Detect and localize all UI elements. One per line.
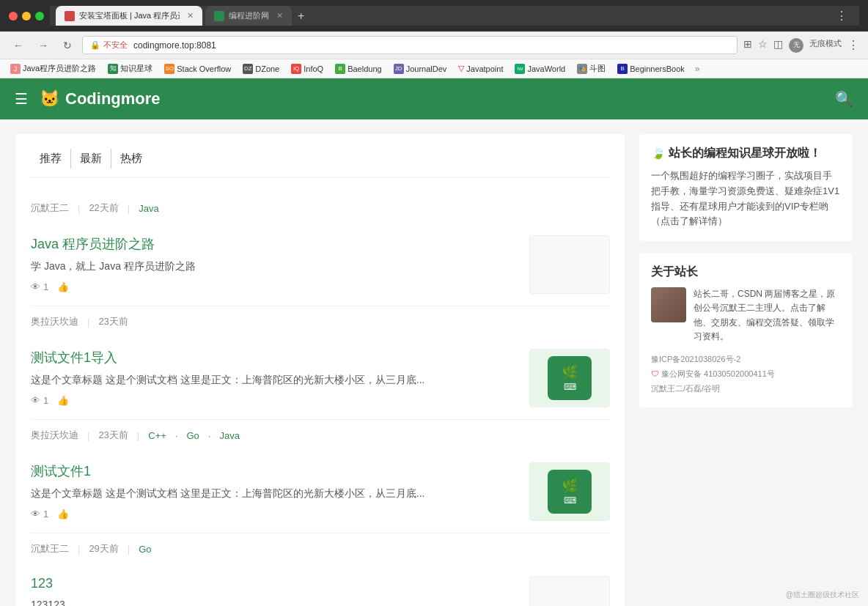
bookmark-java[interactable]: J Java程序员进阶之路 <box>6 62 100 75</box>
article-1-desc: 学 Java，就上 Java 程序员进阶之路 <box>31 259 518 274</box>
hamburger-menu[interactable]: ☰ <box>15 90 28 108</box>
icp-text[interactable]: 豫ICP备2021038026号-2 <box>651 352 840 367</box>
like-icon[interactable]: 👍 <box>57 281 69 292</box>
watermark: @猎土圈超级技术社区 <box>786 590 859 600</box>
bookmark-dzone-icon: DZ <box>243 64 253 74</box>
article-1-meta: 沉默王二 | 22天前 | Java <box>31 202 610 215</box>
article-meta-3: 奥拉沃坎迪 | 23天前 | C++ · Go · Java <box>31 420 610 451</box>
traffic-lights <box>9 12 44 21</box>
article-meta-4: 沉默王二 | 29天前 | Go <box>31 533 610 564</box>
url-text: codingmore.top:8081 <box>133 40 216 51</box>
about-text: 站长二哥，CSDN 两届博客之星，原创公号沉默王二主理人。点击了解他、交朋友、编… <box>694 287 840 344</box>
minimize-button[interactable] <box>22 12 31 21</box>
article-meta-2: 奥拉沃坎迪 | 23天前 <box>31 306 610 337</box>
article-1-stats: 👁 1 👍 <box>31 281 518 292</box>
article-4-title[interactable]: 123 <box>31 576 518 591</box>
article-item-1: Java 程序员进阶之路 学 Java，就上 Java 程序员进阶之路 👁 1 … <box>31 223 610 306</box>
bookmark-infoq-label: InfoQ <box>304 64 323 73</box>
article-3-title[interactable]: 测试文件1 <box>31 462 518 480</box>
tab-hot[interactable]: 热榜 <box>111 149 151 169</box>
article-2-body: 测试文件1导入 这是个文章标题 这是个测试文档 这里是正文：上海普陀区的光新大楼… <box>31 349 518 406</box>
bookmark-baeldung-label: Baeldung <box>347 64 382 73</box>
badge-code-icon-3: ⌨ <box>564 495 576 506</box>
bookmark-doutou[interactable]: 🎭 斗图 <box>573 62 610 75</box>
address-input[interactable]: 🔒 不安全 codingmore.top:8081 <box>82 36 738 54</box>
tabs-bar: 安装宝塔面板 | Java 程序员进阶... ✕ 编程进阶网 ✕ + ⋮ <box>50 6 859 26</box>
forward-button[interactable]: → <box>34 38 53 53</box>
user-avatar-icon[interactable]: 无 <box>789 38 803 53</box>
close-button[interactable] <box>9 12 18 21</box>
tab-recommended[interactable]: 推荐 <box>31 149 70 169</box>
bookmark-javatpoint[interactable]: ▽ Javatpoint <box>454 62 507 75</box>
eye-icon-2: 👁 <box>31 395 40 406</box>
bookmark-dzone[interactable]: DZ DZone <box>238 62 284 75</box>
refresh-button[interactable]: ↻ <box>59 38 76 53</box>
article-1-title[interactable]: Java 程序员进阶之路 <box>31 235 518 253</box>
bookmark-baeldung[interactable]: B Baeldung <box>331 62 386 75</box>
bookmark-beginnersbook[interactable]: B BeginnersBook <box>613 62 689 75</box>
sidebar-footer: 豫ICP备2021038026号-2 🛡 豫公网安备 4103050200041… <box>651 352 840 396</box>
article-1-views: 👁 1 <box>31 281 48 292</box>
bookmarks-more[interactable]: » <box>695 64 700 74</box>
article-3-tag-go: Go <box>186 430 199 441</box>
tab-2-label: 编程进阶网 <box>229 10 269 21</box>
article-3-body: 测试文件1 这是个文章标题 这是个测试文档 这里是正文：上海普陀区的光新大楼小区… <box>31 462 518 520</box>
article-4-tag: Go <box>139 544 151 555</box>
tab-1[interactable]: 安装宝塔面板 | Java 程序员进阶... ✕ <box>56 6 202 26</box>
police-text: 🛡 豫公网安备 41030502000411号 <box>651 367 840 382</box>
article-3-thumb: 🌿 ⌨ <box>529 462 610 521</box>
logo-icon: 🐱 <box>40 89 59 108</box>
bookmark-icon[interactable]: ☆ <box>758 38 768 53</box>
tab-overflow[interactable]: ⋮ <box>830 6 853 26</box>
police-shield-icon: 🛡 <box>651 369 659 378</box>
article-3-likes: 👍 <box>57 509 69 520</box>
article-1-thumb <box>529 235 610 294</box>
bookmark-baeldung-icon: B <box>335 64 345 74</box>
new-tab-button[interactable]: + <box>292 7 310 26</box>
badge-code-icon: ⌨ <box>564 382 576 392</box>
browser-window: 安装宝塔面板 | Java 程序员进阶... ✕ 编程进阶网 ✕ + ⋮ ← →… <box>0 0 868 606</box>
menu-icon[interactable]: ⋮ <box>847 38 859 53</box>
article-3-time: 23天前 <box>98 429 128 442</box>
back-button[interactable]: ← <box>9 38 28 53</box>
search-button[interactable]: 🔍 <box>835 90 853 108</box>
split-icon[interactable]: ◫ <box>773 38 783 53</box>
article-2-desc: 这是个文章标题 这是个测试文档 这里是正文：上海普陀区的光新大楼小区，从三月底.… <box>31 372 518 388</box>
like-icon-3[interactable]: 👍 <box>57 509 69 520</box>
bookmark-bb-label: BeginnersBook <box>630 64 685 73</box>
article-2-title[interactable]: 测试文件1导入 <box>31 349 518 366</box>
author-avatar[interactable] <box>651 287 686 322</box>
site-name: Codingmore <box>65 89 161 108</box>
tab-1-favicon <box>65 11 75 21</box>
article-4-body: 123 123123 <box>31 576 518 606</box>
site-logo[interactable]: 🐱 Codingmore <box>40 89 161 108</box>
tab-2[interactable]: 编程进阶网 ✕ <box>205 6 292 26</box>
bookmark-journaldev[interactable]: JD JournalDev <box>389 62 452 75</box>
left-content: 推荐 最新 热榜 沉默王二 | 22天前 | Java J <box>16 134 625 606</box>
article-2-likes: 👍 <box>57 395 69 406</box>
bookmark-jd-icon: JD <box>394 64 404 74</box>
article-2-stats: 👁 1 👍 <box>31 395 518 406</box>
article-2-author: 奥拉沃坎迪 <box>31 315 78 328</box>
article-3-tag-cpp: C++ <box>148 430 166 441</box>
bookmark-zhishixingqiu[interactable]: 知 知识星球 <box>103 62 157 75</box>
toolbar-icons: ⊞ ☆ ◫ 无 无痕模式 ⋮ <box>743 38 859 53</box>
article-meta-1: 沉默王二 | 22天前 | Java <box>31 193 610 223</box>
bookmark-dt-icon: 🎭 <box>577 64 587 74</box>
maximize-button[interactable] <box>35 12 44 21</box>
bookmark-stackoverflow[interactable]: SO Stack Overflow <box>160 62 235 75</box>
article-2-time: 23天前 <box>98 315 128 328</box>
authors-text: 沉默王二/石磊/谷明 <box>651 382 840 396</box>
tab-latest[interactable]: 最新 <box>70 149 111 169</box>
bookmark-jw-icon: iw <box>515 64 525 74</box>
page-body: 推荐 最新 热榜 沉默王二 | 22天前 | Java J <box>0 119 868 606</box>
bookmark-jw-label: JavaWorld <box>527 64 565 73</box>
bookmark-infoq[interactable]: iQ InfoQ <box>287 62 328 75</box>
right-sidebar: 🍃 站长的编程知识星球开放啦！ 一个氛围超好的编程学习圈子，实战项目手把手教，海… <box>639 134 852 606</box>
bookmark-javaworld[interactable]: iw JavaWorld <box>510 62 570 75</box>
article-item-3: 测试文件1 这是个文章标题 这是个测试文档 这里是正文：上海普陀区的光新大楼小区… <box>31 451 610 533</box>
tab-1-close[interactable]: ✕ <box>187 11 194 21</box>
like-icon-2[interactable]: 👍 <box>57 395 69 406</box>
tab-2-close[interactable]: ✕ <box>276 11 283 21</box>
grid-icon[interactable]: ⊞ <box>743 38 752 53</box>
